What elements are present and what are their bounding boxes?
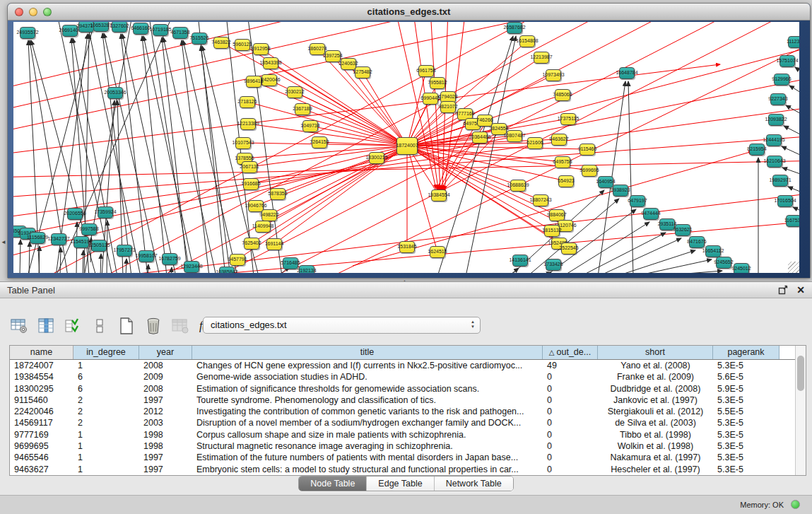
graph-node[interactable] <box>431 189 447 201</box>
table-selector-dropdown[interactable]: citations_edges.txt ▲▼ <box>203 317 481 334</box>
table-cell[interactable]: 2012 <box>139 406 192 417</box>
graph-node[interactable] <box>112 22 127 33</box>
table-cell[interactable]: 1997 <box>139 395 192 406</box>
table-scrollbar[interactable] <box>795 346 806 475</box>
graph-node[interactable] <box>613 185 628 197</box>
table-cell[interactable]: Stergiakouli et al. (2012) <box>598 406 713 417</box>
graph-node[interactable] <box>78 22 94 33</box>
graph-node[interactable] <box>240 96 255 108</box>
graph-node[interactable] <box>244 238 259 250</box>
graph-node[interactable] <box>172 27 188 39</box>
graph-node[interactable] <box>472 132 488 144</box>
graph-node[interactable] <box>287 86 302 98</box>
table-cell[interactable]: 9465546 <box>10 452 73 463</box>
row-height-button[interactable] <box>90 317 109 335</box>
tab-node-table[interactable]: Node Table <box>299 477 367 491</box>
table-cell[interactable]: 2 <box>73 417 139 428</box>
graph-node[interactable] <box>30 232 45 244</box>
graph-node[interactable] <box>716 257 731 269</box>
table-row[interactable]: 969969511998Structural magnetic resonanc… <box>10 440 795 452</box>
graph-node[interactable] <box>418 65 434 77</box>
graph-node[interactable] <box>62 25 78 37</box>
graph-node[interactable] <box>263 57 278 69</box>
close-panel-icon[interactable]: ✕ <box>796 284 805 296</box>
table-cell[interactable]: 1 <box>73 464 139 475</box>
graph-node[interactable] <box>659 218 675 230</box>
graph-node[interactable] <box>423 93 438 105</box>
table-cell[interactable]: 5.6E-5 <box>713 371 779 382</box>
table-cell[interactable]: 1 <box>73 452 139 463</box>
table-row[interactable]: 1456911722003Disruption of a novel membe… <box>10 417 795 428</box>
table-cell[interactable]: 2008 <box>139 360 192 371</box>
table-cell[interactable]: Franke et al. (2009) <box>598 371 713 382</box>
graph-node[interactable] <box>777 195 793 207</box>
table-cell[interactable]: 1998 <box>139 440 192 452</box>
graph-node[interactable] <box>153 24 168 36</box>
table-cell[interactable]: 0 <box>543 371 598 382</box>
table-cell[interactable]: 5.3E-5 <box>713 440 779 452</box>
table-cell[interactable]: Dudbridge et al. (2008) <box>598 383 713 395</box>
table-cell[interactable]: 2009 <box>139 371 192 382</box>
tab-edge-table[interactable]: Edge Table <box>367 477 434 491</box>
graph-node[interactable] <box>192 33 207 45</box>
graph-node[interactable] <box>767 156 782 168</box>
column-header-name[interactable]: name <box>10 346 73 359</box>
table-cell[interactable]: 0 <box>543 429 598 440</box>
graph-node[interactable] <box>582 165 597 177</box>
create-table-button[interactable] <box>117 317 136 335</box>
table-cell[interactable]: 18300295 <box>10 383 73 395</box>
column-header-title[interactable]: title <box>192 346 543 359</box>
table-row[interactable]: 1872400712008Changes of HCN gene express… <box>10 360 795 371</box>
graph-node[interactable] <box>91 240 107 252</box>
table-row[interactable]: 977716911998Corpus callosum shape and si… <box>10 429 795 440</box>
table-cell[interactable]: Yano et al. (2008) <box>598 360 713 371</box>
graph-node[interactable] <box>369 152 384 164</box>
graph-node[interactable] <box>51 233 66 245</box>
graph-node[interactable] <box>546 69 561 81</box>
graph-node[interactable] <box>549 209 565 221</box>
table-cell[interactable]: 9777169 <box>10 429 73 440</box>
graph-node[interactable] <box>491 123 507 135</box>
delete-table-button[interactable] <box>144 317 163 335</box>
graph-node[interactable] <box>261 209 277 221</box>
graph-node[interactable] <box>555 156 570 168</box>
canvas-resize-grip[interactable] <box>788 262 799 273</box>
graph-node[interactable] <box>788 36 799 48</box>
graph-node[interactable] <box>551 134 567 146</box>
graph-node[interactable] <box>261 74 277 86</box>
graph-node[interactable] <box>544 225 560 237</box>
table-cell[interactable]: 0 <box>543 395 598 406</box>
table-cell[interactable]: Jankovic et al. (1997) <box>598 395 713 406</box>
graph-node[interactable] <box>230 254 245 266</box>
table-cell[interactable]: 2003 <box>139 417 192 428</box>
graph-node[interactable] <box>477 115 493 127</box>
table-cell[interactable]: 0 <box>543 464 598 475</box>
select-all-button[interactable] <box>64 317 82 335</box>
graph-node[interactable] <box>20 27 35 39</box>
table-cell[interactable]: 18724007 <box>10 360 73 371</box>
graph-node[interactable] <box>240 118 256 130</box>
graph-node[interactable] <box>507 22 522 34</box>
graph-node[interactable] <box>430 246 445 258</box>
graph-node[interactable] <box>184 261 199 273</box>
table-cell[interactable]: 2008 <box>139 383 192 395</box>
graph-node[interactable] <box>399 241 415 253</box>
graph-node[interactable] <box>546 259 561 271</box>
table-cell[interactable]: de Silva et al. (2003) <box>598 417 713 428</box>
table-cell[interactable]: 5.3E-5 <box>713 360 779 371</box>
graph-node[interactable] <box>519 35 535 47</box>
graph-node[interactable] <box>534 52 549 64</box>
table-row[interactable]: 946554611997Estimation of the future num… <box>10 452 795 463</box>
table-cell[interactable]: 5.3E-5 <box>713 395 779 406</box>
graph-node[interactable] <box>219 267 235 274</box>
table-cell[interactable]: Hescheler et al. (1997) <box>598 464 713 475</box>
graph-node[interactable] <box>213 37 229 49</box>
graph-node[interactable] <box>133 23 148 35</box>
table-cell[interactable]: 1998 <box>139 429 192 440</box>
table-cell[interactable]: 19384554 <box>10 371 73 382</box>
table-row[interactable]: 1938455462009Genome-wide association stu… <box>10 371 795 382</box>
graph-node[interactable] <box>310 43 325 55</box>
graph-node[interactable] <box>768 114 784 126</box>
table-cell[interactable]: Estimation of significance thresholds fo… <box>192 383 543 395</box>
column-header-year[interactable]: year <box>139 346 192 359</box>
